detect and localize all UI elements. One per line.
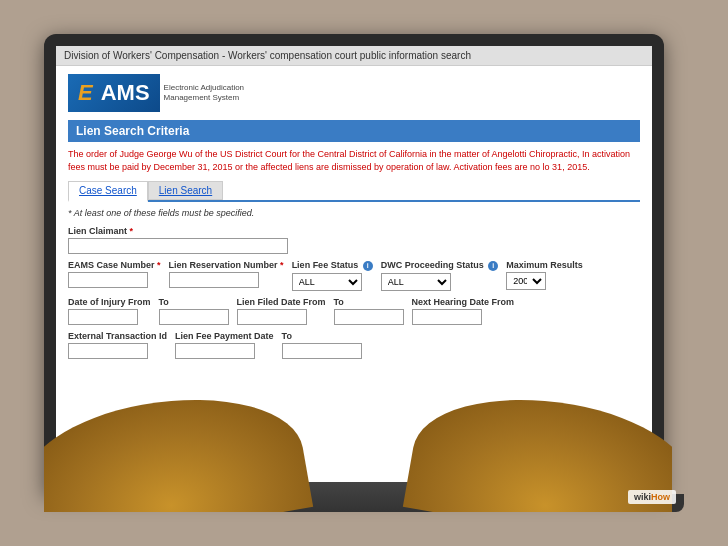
max-results-label: Maximum Results <box>506 260 583 270</box>
external-transaction-input[interactable] <box>68 343 148 359</box>
date-injury-from-group: Date of Injury From <box>68 297 151 325</box>
section-header: Lien Search Criteria <box>68 120 640 142</box>
dwc-proceeding-label: DWC Proceeding Status i <box>381 260 499 271</box>
wikihow-wiki: wiki <box>634 492 651 502</box>
max-results-group: Maximum Results 200 100 50 <box>506 260 583 290</box>
dwc-proceeding-select[interactable]: ALL Active Inactive <box>381 273 451 291</box>
lien-payment-to-label: To <box>282 331 362 341</box>
lien-payment-date-input[interactable] <box>175 343 255 359</box>
next-hearing-from-label: Next Hearing Date From <box>412 297 515 307</box>
logo-box: E AMS <box>68 74 160 112</box>
eams-case-input[interactable] <box>68 272 148 288</box>
eams-case-group: EAMS Case Number * <box>68 260 161 288</box>
lien-filed-from-input[interactable] <box>237 309 307 325</box>
notice-content: The order of Judge George Wu of the US D… <box>68 149 630 172</box>
case-number-row: EAMS Case Number * Lien Reservation Numb… <box>68 260 640 291</box>
tabs-container: Case Search Lien Search <box>68 181 640 202</box>
date-injury-to-label: To <box>159 297 229 307</box>
lien-fee-status-select[interactable]: ALL Paid Unpaid <box>292 273 362 291</box>
wikihow-badge: wikiHow <box>628 490 676 504</box>
logo-tagline: Electronic Adjudication Management Syste… <box>164 83 245 104</box>
eams-case-label: EAMS Case Number * <box>68 260 161 270</box>
lien-fee-info-icon[interactable]: i <box>363 261 373 271</box>
next-hearing-from-input[interactable] <box>412 309 482 325</box>
logo-e-letter: E <box>78 80 93 106</box>
page-url: Division of Workers' Compensation - Work… <box>64 50 471 61</box>
date-injury-to-input[interactable] <box>159 309 229 325</box>
browser-url-bar: Division of Workers' Compensation - Work… <box>56 46 652 66</box>
tab-lien-search[interactable]: Lien Search <box>148 181 223 200</box>
lien-claimant-group: Lien Claimant * <box>68 226 640 254</box>
lien-fee-status-label: Lien Fee Status i <box>292 260 373 271</box>
tab-case-search[interactable]: Case Search <box>68 181 148 202</box>
dwc-info-icon[interactable]: i <box>488 261 498 271</box>
notice-text: The order of Judge George Wu of the US D… <box>68 148 640 173</box>
left-hand <box>44 392 313 512</box>
lien-claimant-label: Lien Claimant * <box>68 226 640 236</box>
lien-filed-to-input[interactable] <box>334 309 404 325</box>
lien-payment-to-group: To <box>282 331 362 359</box>
lien-filed-to-group: To <box>334 297 404 325</box>
wikihow-how: How <box>651 492 670 502</box>
external-transaction-group: External Transaction Id <box>68 331 167 359</box>
required-note: * At least one of these fields must be s… <box>68 208 640 218</box>
logo-area: E AMS Electronic Adjudication Management… <box>68 74 640 112</box>
date-injury-from-input[interactable] <box>68 309 138 325</box>
date-injury-from-label: Date of Injury From <box>68 297 151 307</box>
lien-claimant-input[interactable] <box>68 238 288 254</box>
lien-fee-status-group: Lien Fee Status i ALL Paid Unpaid <box>292 260 373 291</box>
search-form: Lien Claimant * EAMS Case Number * <box>68 226 640 359</box>
dwc-proceeding-group: DWC Proceeding Status i ALL Active Inact… <box>381 260 499 291</box>
lien-payment-date-label: Lien Fee Payment Date <box>175 331 274 341</box>
lien-payment-date-group: Lien Fee Payment Date <box>175 331 274 359</box>
external-transaction-label: External Transaction Id <box>68 331 167 341</box>
lien-filed-from-group: Lien Filed Date From <box>237 297 326 325</box>
lien-payment-to-input[interactable] <box>282 343 362 359</box>
date-injury-to-group: To <box>159 297 229 325</box>
lien-reservation-label: Lien Reservation Number * <box>169 260 284 270</box>
next-hearing-from-group: Next Hearing Date From <box>412 297 515 325</box>
logo-ams-text: AMS <box>101 80 150 106</box>
date-row: Date of Injury From To L <box>68 297 640 325</box>
lien-reservation-input[interactable] <box>169 272 259 288</box>
lien-filed-from-label: Lien Filed Date From <box>237 297 326 307</box>
lien-filed-to-label: To <box>334 297 404 307</box>
external-row: External Transaction Id Lien Fee Payment… <box>68 331 640 359</box>
max-results-select[interactable]: 200 100 50 <box>506 272 546 290</box>
page-content: E AMS Electronic Adjudication Management… <box>56 66 652 367</box>
hands-container <box>44 392 672 512</box>
section-title: Lien Search Criteria <box>76 124 189 138</box>
lien-reservation-group: Lien Reservation Number * <box>169 260 284 288</box>
